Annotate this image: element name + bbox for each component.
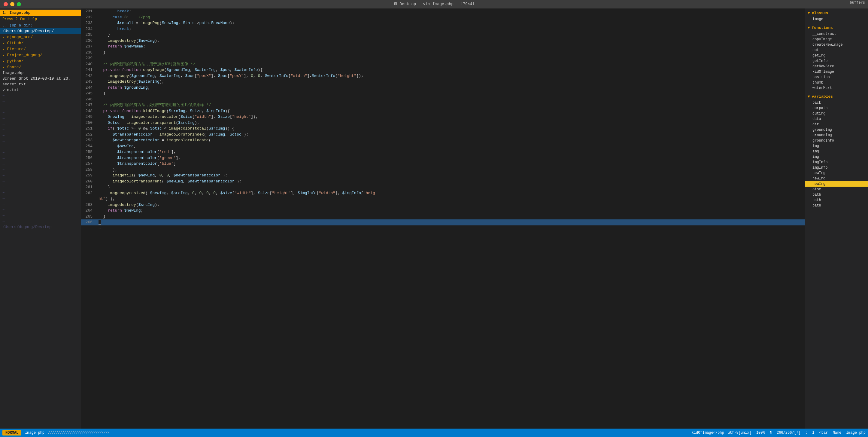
table-row: 262 imagecopyresized( $newImg, $srcImg, … [81, 190, 805, 196]
var-newimg2[interactable]: newImg [805, 176, 868, 181]
statusbar: NORMAL Image.php ///////////////////////… [0, 429, 868, 437]
table-row: 238 } [81, 50, 805, 56]
table-row: 248 private function kidOfImage($srcImg,… [81, 108, 805, 114]
sidebar-item-vim[interactable]: vim.txt [0, 87, 81, 93]
status-encoding: utf-8[unix] [728, 431, 751, 435]
fullscreen-button[interactable] [17, 2, 21, 6]
sidebar-item-secret[interactable]: secret.txt [0, 82, 81, 87]
var-otsc[interactable]: otsc [805, 187, 868, 192]
fn-kidofimage[interactable]: kidOfImage [805, 69, 868, 75]
minimize-button[interactable] [10, 2, 14, 6]
status-spacing: utf-8[unix] 100% ¶ 266/266/[7] : 1 <bar … [728, 431, 866, 435]
sidebar-item-desktop[interactable]: /Users/dugang/Desktop/ [0, 28, 81, 34]
var-imginfo1[interactable]: imgInfo [805, 159, 868, 165]
main-area: 1: Image.php Press ? for help .. (up a d… [0, 8, 868, 429]
table-row-cursor: 266 █ [81, 220, 805, 226]
var-groundimg1[interactable]: groundImg [805, 127, 868, 133]
var-path1[interactable]: path [805, 192, 868, 198]
table-row: 254 $newImg, [81, 143, 805, 149]
table-row: 242 imagecopy($groundImg, $waterImg, $po… [81, 73, 805, 79]
status-name: Name [833, 431, 841, 435]
sidebar-item-share[interactable]: Share/ [0, 64, 81, 70]
table-row: 247 /* 内部使用的私有方法，处理带有透明度的图片保持原样 */ [81, 102, 805, 108]
functions-section: ▼ functions __construct copyImage create… [805, 24, 868, 91]
sidebar-item-screenshot[interactable]: Screen Shot 2019-03-19 at 23. [0, 76, 81, 82]
sidebar-item-picture[interactable]: Picture/ [0, 46, 81, 52]
table-row: 245 } [81, 90, 805, 96]
fn-getnewsize[interactable]: getNewSize [805, 64, 868, 69]
status-pilcrow: ¶ [770, 431, 772, 435]
var-img3[interactable]: img [805, 154, 868, 159]
status-right-filename: Image.php [846, 431, 866, 435]
classes-label: classes [812, 11, 828, 15]
var-newimg3-highlighted[interactable]: newImg [805, 181, 868, 187]
table-row: 244 return $groundImg; [81, 85, 805, 91]
fn-getinfo[interactable]: getInfo [805, 58, 868, 64]
table-row: 251 if( $otsc >= 0 && $otsc < imagecolor… [81, 126, 805, 132]
table-row: 241 private function copyImage($groundIm… [81, 67, 805, 73]
buffers-button[interactable]: buffers [847, 0, 868, 5]
fn-watermark[interactable]: waterMark [805, 85, 868, 91]
status-function: kidOfImage</php [692, 431, 724, 435]
sidebar-item-updir[interactable]: .. (up a dir) [0, 23, 81, 28]
classes-section: ▼ classes Image [805, 10, 868, 22]
fn-thumb[interactable]: thumb [805, 80, 868, 85]
var-groundimg2[interactable]: groundImg [805, 133, 868, 138]
status-slashes: /////////////////////////////// [48, 431, 688, 435]
table-row: 263 imagedestroy($srcImg); [81, 202, 805, 208]
var-imginfo2[interactable]: imgInfo [805, 165, 868, 170]
var-data[interactable]: data [805, 116, 868, 122]
fn-getimg[interactable]: getImg [805, 53, 868, 58]
variables-section: ▼ variables back curpath cutimg data dir… [805, 93, 868, 208]
functions-header[interactable]: ▼ functions [805, 24, 868, 31]
fn-copyimage[interactable]: copyImage [805, 37, 868, 42]
var-back[interactable]: back [805, 100, 868, 106]
table-row: 232 case 3: //png [81, 14, 805, 21]
titlebar-text: 🖥 Desktop — vim Image.php — 179×41 [394, 2, 474, 6]
table-row: 231 break; [81, 8, 805, 14]
table-row: 239 [81, 55, 805, 61]
table-row: 240 /* 内部使用的私有方法，用于加水印时复制图像 */ [81, 61, 805, 67]
table-row: 260 imagecolortransparent( $newImg, $new… [81, 178, 805, 184]
sidebar-item-django[interactable]: django_pro/ [0, 34, 81, 40]
var-groundinfo[interactable]: groundInfo [805, 138, 868, 143]
table-row: 236 imagedestroy($newImg); [81, 38, 805, 44]
var-img1[interactable]: img [805, 143, 868, 149]
table-row: 258 ); [81, 167, 805, 173]
var-curpath[interactable]: curpath [805, 106, 868, 111]
table-row: 257 $transparentcolor['blue'] [81, 161, 805, 167]
table-row: 253 $newtransparentcolor = imagecolorall… [81, 137, 805, 143]
code-editor[interactable]: 231 break; 232 case 3: //png 233 $result… [81, 8, 805, 429]
var-cutimg[interactable]: cutimg [805, 111, 868, 116]
sidebar-item-imagephp[interactable]: Image.php [0, 70, 81, 76]
sidebar-item-github[interactable]: GitHub/ [0, 40, 81, 46]
sidebar-item-python[interactable]: python/ [0, 58, 81, 64]
file-explorer-sidebar: 1: Image.php Press ? for help .. (up a d… [0, 8, 81, 429]
sidebar-help-text: Press ? for help [0, 16, 81, 23]
sidebar-item-project[interactable]: Project_dugang/ [0, 52, 81, 58]
var-path3[interactable]: path [805, 203, 868, 208]
close-button[interactable] [4, 2, 8, 6]
arrow-down-icon: ▼ [808, 26, 810, 30]
var-dir[interactable]: dir [805, 122, 868, 127]
arrow-down-icon: ▼ [808, 94, 810, 99]
var-img2[interactable]: img [805, 149, 868, 154]
table-row: 250 $otsc = imagecolortransparent($srcIm… [81, 120, 805, 126]
var-newimg1[interactable]: newImg [805, 170, 868, 176]
status-position: 266/266/[7] [777, 431, 800, 435]
arrow-down-icon: ▼ [808, 11, 810, 15]
table-row: 265 } [81, 214, 805, 220]
fn-createnewimage[interactable]: createNewImage [805, 42, 868, 48]
fn-cut[interactable]: cut [805, 48, 868, 53]
class-image[interactable]: Image [805, 17, 868, 22]
right-panel: ▼ classes Image ▼ functions __construct … [805, 8, 868, 429]
status-bar: <bar [819, 431, 828, 435]
table-row: 252 $transparentcolor = imagecolorsforin… [81, 132, 805, 138]
var-path2[interactable]: path [805, 198, 868, 203]
fn-position[interactable]: position [805, 75, 868, 80]
table-row: 259 imagefill( $newImg, 0, 0, $newtransp… [81, 173, 805, 178]
variables-header[interactable]: ▼ variables [805, 93, 868, 100]
table-row: 243 imagedestroy($waterImg); [81, 79, 805, 85]
fn-construct[interactable]: __construct [805, 31, 868, 37]
classes-header[interactable]: ▼ classes [805, 10, 868, 17]
